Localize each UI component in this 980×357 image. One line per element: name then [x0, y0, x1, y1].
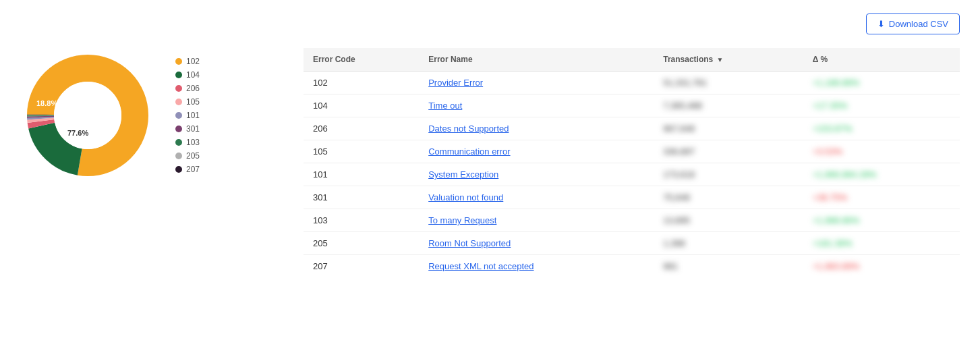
col-delta: Δ %	[803, 48, 960, 72]
legend-item-301: 301	[175, 124, 200, 134]
legend-dot-101	[175, 112, 182, 119]
table-row: 105Communication error336,897+3.53%	[304, 140, 960, 163]
legend-label-102: 102	[186, 57, 200, 66]
table-row: 301Valuation not found75,648+38.75%	[304, 186, 960, 209]
error-name-link[interactable]: System Exception	[428, 169, 498, 180]
cell-transactions: 336,897	[654, 140, 803, 163]
cell-transactions: 51,331,781	[654, 72, 803, 94]
svg-point-9	[54, 82, 121, 149]
table-header-row: Error Code Error Name Transactions ▼ Δ %	[304, 48, 960, 72]
cell-error-name[interactable]: Time out	[419, 94, 654, 117]
cell-transactions: 7,365,488	[654, 94, 803, 117]
chart-label-776: 77.6%	[67, 129, 88, 137]
table-row: 103To many Request13,895+1,988.86%	[304, 209, 960, 232]
cell-error-name[interactable]: Room Not Supported	[419, 232, 654, 255]
errors-table: Error Code Error Name Transactions ▼ Δ %	[304, 48, 960, 277]
cell-delta: +17.35%	[803, 94, 960, 117]
table-row: 207Request XML not accepted981+1,983.89%	[304, 255, 960, 278]
legend-dot-102	[175, 58, 182, 65]
donut-chart: 18.8% 77.6%	[20, 48, 155, 183]
legend-dot-301	[175, 126, 182, 132]
cell-error-code: 104	[304, 94, 419, 117]
cell-error-code: 206	[304, 117, 419, 140]
error-name-link[interactable]: Time out	[428, 101, 462, 111]
col-transactions[interactable]: Transactions ▼	[654, 48, 803, 72]
legend-dot-105	[175, 99, 182, 105]
legend-item-101: 101	[175, 111, 200, 120]
legend-label-207: 207	[186, 165, 200, 174]
cell-transactions: 13,895	[654, 209, 803, 232]
legend-item-104: 104	[175, 70, 200, 80]
table-row: 102Provider Error51,331,781+1,188.88%	[304, 72, 960, 94]
cell-delta: +38.75%	[803, 186, 960, 209]
table-row: 205Room Not Supported1,398+181.38%	[304, 232, 960, 255]
error-name-link[interactable]: Communication error	[428, 146, 510, 157]
legend-item-105: 105	[175, 97, 200, 107]
cell-error-name[interactable]: Communication error	[419, 140, 654, 163]
cell-delta: +1,988.86%	[803, 209, 960, 232]
cell-error-name[interactable]: Request XML not accepted	[419, 255, 654, 278]
legend-item-207: 207	[175, 165, 200, 174]
cell-delta: +1,966,984.28%	[803, 163, 960, 186]
cell-error-code: 301	[304, 186, 419, 209]
cell-error-code: 101	[304, 163, 419, 186]
cell-error-code: 205	[304, 232, 419, 255]
legend-label-105: 105	[186, 97, 200, 107]
cell-error-code: 105	[304, 140, 419, 163]
table-row: 104Time out7,365,488+17.35%	[304, 94, 960, 117]
cell-delta: +1,188.88%	[803, 72, 960, 94]
cell-transactions: 75,648	[654, 186, 803, 209]
chart-section: 18.8% 77.6% 102 104 206	[20, 48, 277, 183]
legend-dot-206	[175, 85, 182, 92]
cell-delta: +1,983.89%	[803, 255, 960, 278]
legend-dot-207	[175, 166, 182, 173]
error-name-link[interactable]: Request XML not accepted	[428, 261, 534, 271]
table-row: 101System Exception173,618+1,966,984.28%	[304, 163, 960, 186]
error-name-link[interactable]: Provider Error	[428, 78, 483, 88]
col-error-code: Error Code	[304, 48, 419, 72]
cell-transactions: 981	[654, 255, 803, 278]
error-name-link[interactable]: Dates not Supported	[428, 123, 509, 134]
col-error-name: Error Name	[419, 48, 654, 72]
cell-transactions: 967,648	[654, 117, 803, 140]
legend-item-205: 205	[175, 151, 200, 161]
donut-svg	[20, 48, 155, 183]
cell-transactions: 173,618	[654, 163, 803, 186]
legend-label-103: 103	[186, 138, 200, 147]
legend-item-206: 206	[175, 84, 200, 93]
legend-label-205: 205	[186, 151, 200, 161]
page-wrapper: ⬇ Download CSV	[0, 0, 980, 357]
cell-error-code: 207	[304, 255, 419, 278]
download-label: Download CSV	[889, 19, 948, 29]
cell-error-name[interactable]: Dates not Supported	[419, 117, 654, 140]
cell-delta: +181.38%	[803, 232, 960, 255]
table-section: Error Code Error Name Transactions ▼ Δ %	[304, 48, 960, 277]
error-name-link[interactable]: To many Request	[428, 215, 496, 225]
content-area: 18.8% 77.6% 102 104 206	[20, 48, 960, 277]
chart-legend: 102 104 206 105 101	[175, 57, 200, 174]
cell-error-name[interactable]: System Exception	[419, 163, 654, 186]
legend-label-301: 301	[186, 124, 200, 134]
download-csv-button[interactable]: ⬇ Download CSV	[866, 13, 960, 34]
cell-error-code: 102	[304, 72, 419, 94]
legend-dot-103	[175, 139, 182, 146]
top-bar: ⬇ Download CSV	[20, 13, 960, 34]
cell-error-name[interactable]: Valuation not found	[419, 186, 654, 209]
cell-delta: +3.53%	[803, 140, 960, 163]
legend-label-206: 206	[186, 84, 200, 93]
cell-error-name[interactable]: Provider Error	[419, 72, 654, 94]
legend-label-104: 104	[186, 70, 200, 80]
cell-error-code: 103	[304, 209, 419, 232]
cell-delta: +153.87%	[803, 117, 960, 140]
legend-dot-205	[175, 153, 182, 159]
cell-transactions: 1,398	[654, 232, 803, 255]
download-icon: ⬇	[877, 19, 885, 29]
chart-label-188: 18.8%	[36, 99, 57, 107]
error-name-link[interactable]: Valuation not found	[428, 192, 503, 202]
cell-error-name[interactable]: To many Request	[419, 209, 654, 232]
legend-label-101: 101	[186, 111, 200, 120]
sort-arrow-transactions: ▼	[717, 56, 724, 63]
legend-item-102: 102	[175, 57, 200, 66]
legend-dot-104	[175, 72, 182, 78]
error-name-link[interactable]: Room Not Supported	[428, 238, 511, 248]
